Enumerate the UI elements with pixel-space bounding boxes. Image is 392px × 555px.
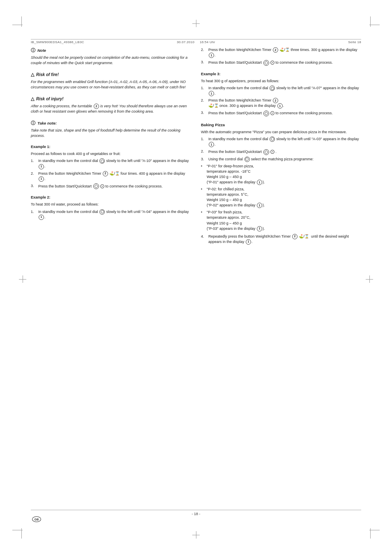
display-icon-9: 1 — [257, 203, 262, 208]
warning-injury-icon: △ — [31, 96, 34, 102]
baking-pizza-step2: 2. Press the button Start/Quickstart ◯ ⨀… — [201, 149, 361, 155]
risk-injury-section: △ Risk of injury! After a cooking proces… — [31, 96, 191, 114]
dial-icon: ◯ — [99, 158, 105, 164]
take-note-title: ⓘ Take note: — [31, 120, 191, 127]
weight-symbol-4: ⛳/⌛ — [299, 234, 309, 238]
quickstart-symbol: ⨀ — [100, 184, 104, 188]
display-icon-8: 1 — [257, 180, 262, 185]
start-icon-2: ◯ — [263, 60, 269, 66]
footer-country: GB — [32, 516, 41, 522]
crop-mark — [369, 530, 380, 530]
example3-steps: 1. In standby mode turn the control dial… — [201, 86, 361, 116]
example2-section: Example 2: To heat 300 ml water, proceed… — [31, 195, 191, 220]
dial-icon-5: ◯ — [244, 157, 250, 162]
baking-pizza-steps: 1. In standby mode turn the control dial… — [201, 136, 361, 162]
pizza-bullet-2: • "P-02: for chilled pizza,temperature a… — [201, 187, 361, 208]
example2-step3: 3. Press the button Start/Quickstart ◯ ⨀… — [201, 60, 361, 66]
weight-btn-icon-2: 2 — [273, 47, 278, 53]
baking-pizza-section: Baking Pizza With the automatic programm… — [201, 122, 361, 245]
take-note-title-text: Take note: — [37, 120, 57, 126]
weight-symbol-2: ⛳/⌛ — [279, 48, 290, 52]
footer-page: - 18 - — [191, 512, 200, 516]
display-icon-3: 1 — [39, 215, 44, 220]
start-icon-4: ◯ — [263, 149, 269, 155]
risk-fire-title: △ Risk of fire! — [31, 72, 191, 78]
display-icon-11: 1 — [246, 239, 251, 245]
display-icon-10: 1 — [257, 226, 262, 231]
pizza-bullet-1: • "P-01" for deep-frozen pizza,temperatu… — [201, 164, 361, 185]
weight-symbol-3: ⛳/⌛ — [208, 104, 219, 108]
dial-icon-3: ◯ — [270, 86, 275, 91]
take-note-section: ⓘ Take note: Take note that size, shape … — [31, 120, 191, 139]
example2-continued-section: 2. Press the button Weight/Kitchen Timer… — [201, 47, 361, 66]
example1-step3: 3. Press the button Start/Quickstart ◯ ⨀… — [31, 183, 191, 190]
display-icon-2: 1 — [39, 176, 44, 182]
example3-intro: To heat 300 g of appetizers, proceed as … — [201, 79, 361, 84]
pizza-bullet-list: • "P-01" for deep-frozen pizza,temperatu… — [201, 164, 361, 231]
warning-fire-icon: △ — [31, 72, 34, 78]
risk-fire-title-text: Risk of fire! — [36, 72, 59, 78]
note-title: ⓘ Note — [31, 47, 191, 54]
example1-intro: Proceed as follows to cook 400 g of vege… — [31, 151, 191, 157]
risk-fire-body: For the programmes with enabled Grill fu… — [31, 79, 191, 90]
footer: - 18 - — [31, 510, 361, 516]
header-center: 30.07.2010 16:54 Uhr — [177, 40, 215, 44]
display-icon-6: 1 — [277, 103, 283, 109]
take-note-body: Take note that size, shape and the type … — [31, 128, 191, 139]
info-icon: ⓘ — [31, 47, 35, 54]
baking-pizza-intro: With the automatic programme "Pizza" you… — [201, 130, 361, 135]
cross-mark-top — [192, 20, 200, 24]
example3-section: Example 3: To heat 300 g of appetizers, … — [201, 72, 361, 116]
turntable-icon: 3 — [94, 104, 99, 109]
weight-btn-icon-3: 2 — [273, 98, 278, 103]
example2-steps-left: 1. In standby mode turn the control dial… — [31, 209, 191, 220]
header-right: Seite 18 — [348, 40, 361, 44]
example1-step2: 2. Press the button Weight/Kitchen Timer… — [31, 171, 191, 182]
baking-pizza-step3: 3. Using the control dial ◯ select the m… — [201, 157, 361, 162]
note-title-text: Note — [37, 48, 46, 53]
quickstart-symbol-4: ⨀ — [270, 149, 274, 154]
content-area: ⓘ Note Should the meal not be properly c… — [31, 47, 361, 508]
risk-injury-title: △ Risk of injury! — [31, 96, 191, 102]
dial-icon-4: ◯ — [270, 136, 275, 142]
display-icon: 1 — [39, 164, 44, 169]
crop-mark — [370, 16, 371, 27]
baking-pizza-step4: 4. Repeatedly press the button Weight/Ki… — [201, 234, 361, 245]
header: IB_SMW900EDSA1_49386_LB3C 30.07.2010 16:… — [31, 39, 361, 44]
pizza-bullet-3: • "P-03" for fresh pizza,temperature app… — [201, 210, 361, 231]
baking-pizza-title: Baking Pizza — [201, 122, 361, 128]
example2-step1: 1. In standby mode turn the control dial… — [31, 209, 191, 220]
example3-step1: 1. In standby mode turn the control dial… — [201, 86, 361, 96]
example1-section: Example 1: Proceed as follows to cook 40… — [31, 144, 191, 189]
crop-mark — [21, 16, 22, 27]
note-body: Should the meal not be properly cooked o… — [31, 55, 191, 66]
display-icon-4: 1 — [209, 53, 214, 58]
note-section: ⓘ Note Should the meal not be properly c… — [31, 47, 191, 66]
crop-mark — [369, 25, 380, 25]
example2-step2: 2. Press the button Weight/Kitchen Timer… — [201, 47, 361, 58]
crop-mark — [370, 528, 371, 539]
weight-symbol: ⛳/⌛ — [109, 171, 120, 176]
example1-header: Example 1: — [31, 144, 191, 150]
weight-btn-icon: 2 — [103, 171, 108, 176]
baking-pizza-step4-list: 4. Repeatedly press the button Weight/Ki… — [201, 234, 361, 245]
info-icon-2: ⓘ — [31, 120, 35, 127]
risk-injury-title-text: Risk of injury! — [36, 96, 64, 102]
quickstart-symbol-2: ⨀ — [270, 60, 274, 65]
baking-pizza-step1: 1. In standby mode turn the control dial… — [201, 136, 361, 147]
page: IB_SMW900EDSA1_49386_LB3C 30.07.2010 16:… — [0, 0, 392, 555]
crop-mark — [21, 528, 22, 539]
cross-mark-left — [19, 275, 26, 280]
start-icon-3: ◯ — [263, 111, 269, 116]
example3-step3: 3. Press the button Start/Quickstart ◯ ⨀… — [201, 110, 361, 116]
weight-btn-icon-4: 2 — [292, 234, 297, 239]
quickstart-symbol-3: ⨀ — [270, 111, 274, 115]
header-left: IB_SMW900EDSA1_49386_LB3C — [31, 40, 84, 44]
risk-injury-body: After a cooking process, the turntable 3… — [31, 104, 191, 114]
display-icon-5: 1 — [209, 91, 214, 96]
left-column: ⓘ Note Should the meal not be properly c… — [31, 47, 191, 508]
example3-header: Example 3: — [201, 72, 361, 77]
example3-step2: 2. Press the button Weight/Kitchen Timer… — [201, 98, 361, 109]
example2-intro: To heat 300 ml water, proceed as follows… — [31, 202, 191, 207]
example2-steps-right: 2. Press the button Weight/Kitchen Timer… — [201, 47, 361, 66]
